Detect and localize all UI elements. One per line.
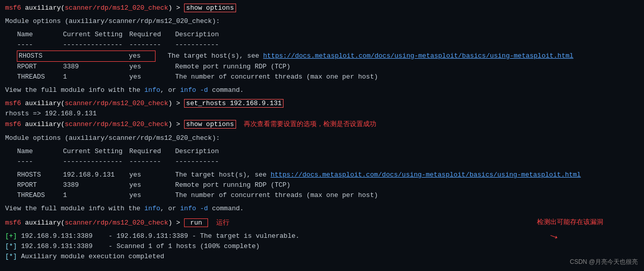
prompt-module-3: auxiliary(scanner/rdp/ms12_020_check) > [21,120,184,128]
prompt-msf6-4: msf6 [5,219,21,227]
line-show-options-2: msf6 auxiliary(scanner/rdp/ms12_020_chec… [5,119,639,130]
line-threads-1: THREADS1yesThe number of concurrent thre… [5,72,639,82]
terminal-window: msf6 auxiliary(scanner/rdp/ms12_020_chec… [0,0,644,271]
annotation-cn1: 再次查看需要设置的选项，检测是否设置成功 [244,120,376,128]
line-result-3: [*] Auxiliary module execution completed [5,252,639,262]
prompt-module: auxiliary(scanner/rdp/ms12_020_check) > [21,4,184,12]
line-rhosts-2: RHOSTS192.168.9.131yesThe target host(s)… [5,170,639,180]
prompt-msf6-2: msf6 [5,100,21,107]
line-info-2: View the full module info with the info,… [5,204,639,214]
line-result-2: [*] 192.168.9.131:3389 - Scanned 1 of 1 … [5,241,639,252]
line-module-header-2: Module options (auxiliary/scanner/rdp/ms… [5,133,639,143]
annotation-run: 运行 [216,218,229,226]
cmd-show-options-2: show options [184,120,236,129]
line-rhosts-output: rhosts => 192.168.9.131 [5,109,639,119]
line-set-rhosts: msf6 auxiliary(scanner/rdp/ms12_020_chec… [5,98,639,109]
prompt-msf6-3: msf6 [5,120,21,128]
line-threads-2: THREADS1yesThe number of concurrent thre… [5,190,639,201]
line-run: msf6 auxiliary(scanner/rdp/ms12_020_chec… [5,217,639,228]
cmd-show-options-1: show options [184,4,236,12]
line-rhosts-1: RHOSTSyes The target host(s), see https:… [5,51,639,62]
rhosts-box-1: RHOSTSyes [17,51,156,62]
line-sep-2: -------------------------------------- [5,157,639,167]
line-table-header-1: NameCurrent SettingRequiredDescription [5,30,639,40]
prompt-module-4: auxiliary(scanner/rdp/ms12_020_check) > [21,219,184,227]
line-result-1: [+] 192.168.9.131:3389 - 192.168.9.131:3… [5,231,639,241]
line-info-1: View the full module info with the info,… [5,85,639,95]
line-table-header-2: NameCurrent SettingRequiredDescription [5,146,639,157]
cmd-run: run [184,218,208,227]
line-module-header-1: Module options (auxiliary/scanner/rdp/ms… [5,16,639,27]
watermark: CSDN @月亮今天也很亮 [570,257,638,267]
prompt-msf6: msf6 [5,4,21,12]
cmd-set-rhosts: set_rhosts 192.168.9.131 [184,99,284,108]
line-1: msf6 auxiliary(scanner/rdp/ms12_020_chec… [5,3,639,13]
line-rport-1: RPORT3389yesRemote port running RDP (TCP… [5,62,639,72]
line-rport-2: RPORT3389yesRemote port running RDP (TCP… [5,180,639,190]
prompt-module-2: auxiliary(scanner/rdp/ms12_020_check) > [21,100,184,107]
line-sep-1: -------------------------------------- [5,40,639,50]
